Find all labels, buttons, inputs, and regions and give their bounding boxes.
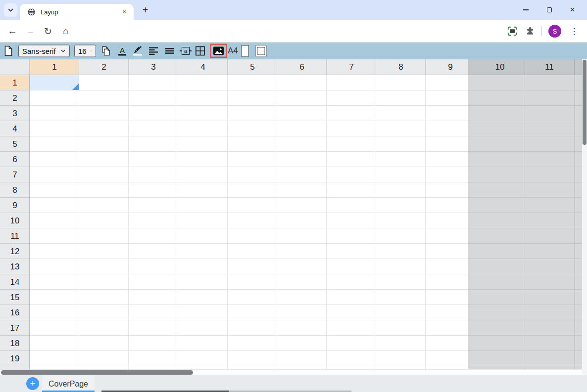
row-header[interactable]: 1 [0, 75, 30, 90]
row-header[interactable]: 2 [0, 90, 30, 106]
row-header[interactable]: 17 [0, 320, 30, 336]
browser-window: Layup × + × ← → ↻ ⌂ layup.pandafirm.jp [0, 0, 587, 392]
row-header[interactable]: 14 [0, 274, 30, 290]
row-header[interactable]: 13 [0, 259, 30, 274]
reload-button[interactable]: ↻ [39, 22, 57, 40]
row-header[interactable]: 3 [0, 106, 30, 121]
horizontal-align-button[interactable] [149, 46, 158, 55]
borders-button[interactable] [195, 46, 205, 56]
column-header[interactable]: 11 [525, 59, 574, 75]
profile-avatar[interactable]: S [548, 25, 561, 38]
row-header[interactable]: 8 [0, 182, 30, 198]
horizontal-scrollbar[interactable] [0, 369, 582, 375]
row-header[interactable]: 7 [0, 167, 30, 182]
close-button[interactable]: × [561, 0, 584, 20]
sheet-tab-coverpage[interactable]: CoverPage [42, 375, 95, 392]
home-button[interactable]: ⌂ [57, 22, 75, 40]
new-document-icon [4, 45, 13, 56]
column-header[interactable]: 9 [426, 59, 475, 75]
align-left-icon [149, 46, 158, 55]
address-bar: ← → ↻ ⌂ layup.pandafirm.jp G 文 [0, 20, 587, 43]
selected-cell[interactable] [30, 75, 79, 90]
grid-cells-offpage[interactable] [468, 75, 582, 375]
add-sheet-button[interactable]: + [26, 377, 39, 390]
copy-icon [101, 46, 111, 56]
minimize-icon [523, 9, 529, 10]
column-header[interactable]: 7 [327, 59, 376, 75]
row-header[interactable]: 11 [0, 228, 30, 244]
column-header[interactable]: 4 [178, 59, 228, 75]
column-header[interactable]: 2 [79, 59, 129, 75]
row-header[interactable]: 12 [0, 244, 30, 259]
column-header[interactable]: 1 [30, 59, 79, 75]
toolbar-divider [541, 26, 542, 36]
paint-brush-icon [133, 46, 142, 54]
column-header[interactable]: 10 [475, 59, 525, 75]
row-header[interactable]: 19 [0, 351, 30, 366]
paper-size-label[interactable]: A4 [228, 46, 238, 56]
font-color-swatch [118, 54, 126, 56]
portrait-page-icon [241, 45, 249, 57]
copy-style-button[interactable] [101, 46, 111, 56]
lines-icon [165, 47, 175, 55]
font-family-select[interactable]: Sans-serif [18, 45, 70, 57]
tab-search-button[interactable] [4, 3, 17, 17]
browser-tab-strip: Layup × + × [0, 0, 587, 20]
chevron-down-icon [91, 48, 92, 54]
sheet-tab-bar: + CoverPage [0, 375, 587, 392]
tab-title: Layup [41, 8, 120, 16]
grid-borders-icon [195, 46, 205, 56]
tab-capture-button[interactable] [503, 22, 521, 40]
chevron-down-icon [60, 48, 66, 54]
font-size-select[interactable]: 16 [74, 45, 96, 57]
vertical-scrollbar[interactable] [582, 59, 587, 375]
extensions-button[interactable] [521, 22, 539, 40]
row-header[interactable]: 4 [0, 121, 30, 136]
selection-fill-handle[interactable] [72, 84, 79, 90]
back-button[interactable]: ← [3, 22, 21, 40]
puzzle-icon [525, 26, 535, 36]
column-header[interactable]: 8 [376, 59, 426, 75]
fill-color-swatch [133, 54, 142, 56]
row-header[interactable]: 6 [0, 152, 30, 167]
font-family-value: Sans-serif [22, 47, 56, 55]
app-toolbar: Sans-serif 16 A [0, 43, 587, 59]
spreadsheet-grid: 1234567891011123456789101112131415161718… [0, 59, 587, 375]
forward-button[interactable]: → [21, 22, 39, 40]
maximize-icon [547, 7, 552, 12]
horizontal-scrollbar-thumb[interactable] [1, 370, 193, 375]
row-header[interactable]: 9 [0, 198, 30, 213]
font-size-value: 16 [78, 47, 87, 55]
new-tab-button[interactable]: + [139, 4, 151, 16]
insert-image-button-highlighted[interactable] [210, 44, 227, 58]
font-color-icon: A [120, 46, 125, 54]
row-header[interactable]: 10 [0, 213, 30, 228]
fill-color-button[interactable] [133, 46, 142, 56]
row-header[interactable]: 18 [0, 336, 30, 351]
column-header[interactable]: 3 [129, 59, 178, 75]
orientation-button[interactable] [241, 45, 249, 57]
page-margins-button[interactable] [255, 45, 267, 57]
text-cell-button[interactable]: a [180, 47, 192, 55]
browser-tab[interactable]: Layup × [20, 4, 134, 20]
minimize-button[interactable] [514, 0, 538, 20]
column-header[interactable]: 5 [228, 59, 277, 75]
row-header[interactable]: 5 [0, 136, 30, 152]
row-header[interactable]: 16 [0, 305, 30, 320]
chevron-down-icon [7, 7, 14, 13]
grid-cells[interactable] [30, 75, 468, 375]
column-header[interactable]: 6 [277, 59, 327, 75]
new-document-button[interactable] [4, 45, 13, 56]
row-header[interactable]: 15 [0, 290, 30, 305]
browser-menu-icon[interactable]: ⋮ [565, 22, 583, 40]
dotted-margins-icon [255, 45, 267, 57]
vertical-align-button[interactable] [165, 47, 175, 55]
font-color-button[interactable]: A [118, 46, 126, 56]
maximize-button[interactable] [538, 0, 561, 20]
screen-capture-icon [507, 26, 518, 37]
vertical-scrollbar-thumb[interactable] [583, 60, 587, 145]
image-icon [213, 47, 224, 55]
globe-favicon-icon [27, 8, 36, 16]
tab-close-icon[interactable]: × [120, 7, 129, 16]
select-all-corner[interactable] [0, 59, 30, 75]
